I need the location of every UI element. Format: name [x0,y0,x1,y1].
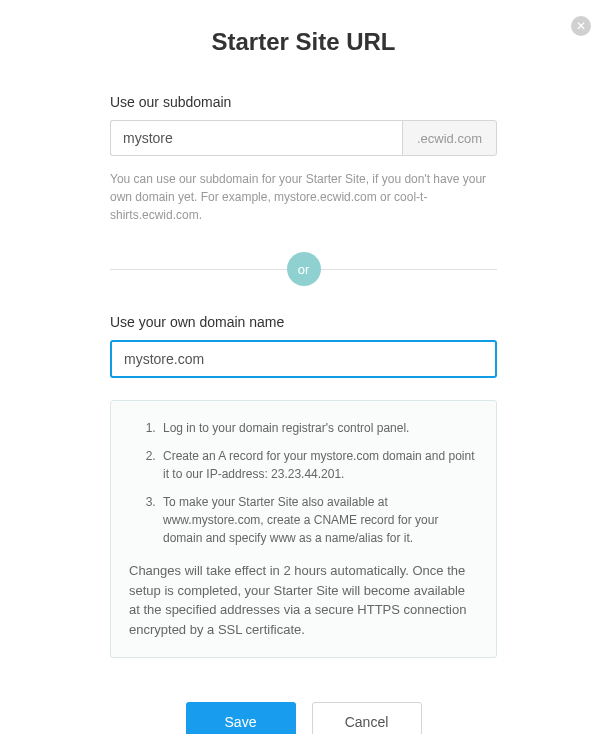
own-domain-input[interactable] [110,340,497,378]
divider: or [110,252,497,286]
button-row: Save Cancel [110,702,497,734]
instruction-step-3: To make your Starter Site also available… [159,493,478,547]
cancel-button[interactable]: Cancel [312,702,422,734]
own-domain-label: Use your own domain name [110,314,497,330]
instruction-step-2: Create an A record for your mystore.com … [159,447,478,483]
instruction-step-1: Log in to your domain registrar's contro… [159,419,478,437]
dialog-container: Starter Site URL Use our subdomain .ecwi… [0,0,607,734]
close-icon: ✕ [576,20,586,32]
subdomain-field-wrap: .ecwid.com [110,120,497,156]
subdomain-input[interactable] [110,120,402,156]
dialog-title: Starter Site URL [110,28,497,56]
subdomain-label: Use our subdomain [110,94,497,110]
subdomain-help-text: You can use our subdomain for your Start… [110,170,497,224]
close-button[interactable]: ✕ [571,16,591,36]
instructions-note: Changes will take effect in 2 hours auto… [129,561,478,639]
instructions-list: Log in to your domain registrar's contro… [129,419,478,547]
or-badge: or [287,252,321,286]
subdomain-suffix: .ecwid.com [402,120,497,156]
save-button[interactable]: Save [186,702,296,734]
instructions-box: Log in to your domain registrar's contro… [110,400,497,658]
